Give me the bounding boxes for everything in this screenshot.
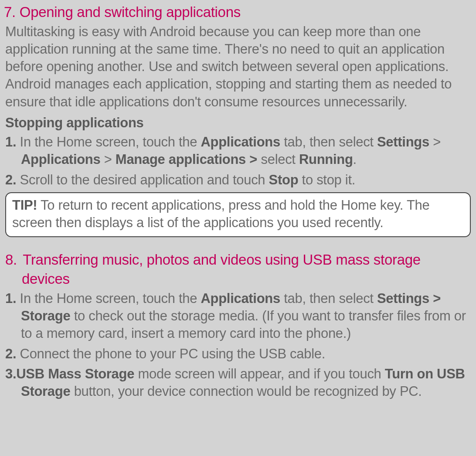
list-marker: 2. <box>5 346 16 361</box>
section-7-body: Multitasking is easy with Android becaus… <box>5 23 471 111</box>
list-marker: 1. <box>5 134 16 150</box>
section-8-step-1: 1. In the Home screen, touch the Applica… <box>5 290 471 343</box>
tip-text-body: To return to recent applications, press … <box>12 197 429 230</box>
section-8-step-3: 3.USB Mass Storage mode screen will appe… <box>5 365 471 401</box>
step-text: tab, then select <box>280 291 377 306</box>
step-text: Connect the phone to your PC using the U… <box>16 346 325 361</box>
bold-applications-2: Applications <box>21 152 100 167</box>
step-text: In the Home screen, touch the <box>16 291 201 306</box>
section-7-step-1: 1. In the Home screen, touch the Applica… <box>5 133 471 169</box>
section-7-heading: 7. Opening and switching applications <box>5 3 471 22</box>
step-text: tab, then select <box>280 134 377 150</box>
document-page: 7. Opening and switching applications Mu… <box>0 3 476 400</box>
section-8-number: 8. <box>5 250 19 270</box>
tip-box: TIP! To return to recent applications, p… <box>5 192 471 237</box>
list-marker: 3. <box>5 366 16 381</box>
list-marker: 1. <box>5 291 16 306</box>
section-7-step-2: 2. Scroll to the desired application and… <box>5 171 471 189</box>
bold-applications: Applications <box>201 291 280 306</box>
step-text: select <box>257 152 299 167</box>
list-marker: 2. <box>5 172 16 187</box>
tip-label: TIP! <box>12 197 37 213</box>
step-text: button, your device connection would be … <box>70 384 422 399</box>
stopping-applications-subheading: Stopping applications <box>5 115 471 131</box>
section-8-title: Transferring music, photos and videos us… <box>19 252 421 287</box>
step-text: > <box>100 152 115 167</box>
tip-content: TIP! To return to recent applications, p… <box>12 197 429 230</box>
bold-applications: Applications <box>201 134 280 150</box>
section-8-steps: 1. In the Home screen, touch the Applica… <box>5 290 471 401</box>
bold-manage-applications: Manage applications > <box>116 152 257 167</box>
bold-usb-mass-storage: USB Mass Storage <box>16 366 134 381</box>
bold-stop: Stop <box>269 172 299 187</box>
step-text: > <box>429 134 441 150</box>
step-text: mode screen will appear, and if you touc… <box>134 366 385 381</box>
bold-running: Running <box>299 152 353 167</box>
step-text: Scroll to the desired application and to… <box>16 172 269 187</box>
section-8-heading: 8. Transferring music, photos and videos… <box>5 250 471 289</box>
section-8-step-2: 2. Connect the phone to your PC using th… <box>5 345 471 363</box>
bold-settings: Settings <box>377 134 429 150</box>
step-text: . <box>353 152 357 167</box>
section-7-steps: 1. In the Home screen, touch the Applica… <box>5 133 471 189</box>
step-text: to stop it. <box>298 172 355 187</box>
step-text: In the Home screen, touch the <box>16 134 201 150</box>
step-text: to check out the storage media. (If you … <box>21 308 466 341</box>
